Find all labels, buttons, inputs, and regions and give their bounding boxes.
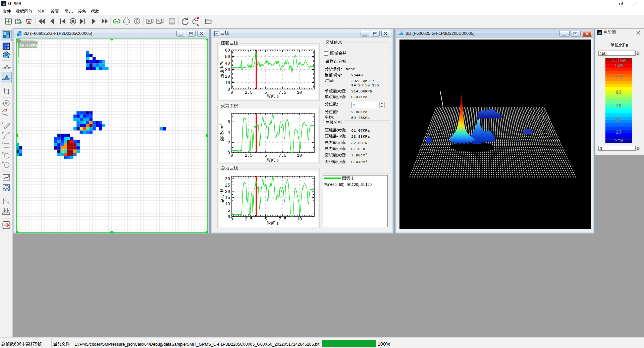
svg-text:10: 10: [297, 90, 302, 95]
svg-text:7.5: 7.5: [278, 217, 286, 222]
svg-text:>=150: >=150: [611, 58, 626, 64]
svg-text:5: 5: [264, 90, 267, 95]
svg-text:4: 4: [7, 43, 9, 47]
svg-text:7.5: 7.5: [278, 153, 286, 158]
svg-text:60: 60: [225, 48, 230, 53]
svg-text:20: 20: [225, 74, 230, 79]
svg-text:2.5: 2.5: [245, 217, 253, 222]
svg-text:5: 5: [264, 153, 267, 158]
svg-text:30: 30: [225, 177, 230, 182]
svg-text:0: 0: [230, 153, 233, 158]
svg-text:Y: Y: [17, 59, 20, 64]
svg-text:0: 0: [230, 90, 233, 95]
svg-text:2: 2: [227, 140, 230, 145]
svg-text:0: 0: [227, 87, 230, 92]
svg-text:5: 5: [264, 217, 267, 222]
svg-text:2: 2: [5, 43, 6, 47]
svg-text:5: 5: [227, 208, 230, 213]
svg-text:10: 10: [225, 202, 230, 207]
svg-text:6: 6: [227, 120, 230, 125]
svg-text:3: 3: [7, 46, 9, 50]
svg-text:23: 23: [616, 130, 622, 135]
svg-text:10: 10: [225, 80, 230, 85]
svg-text:2.5: 2.5: [245, 90, 253, 95]
svg-text:140: 140: [614, 63, 623, 69]
svg-text:0: 0: [227, 214, 230, 219]
svg-text:117: 117: [614, 75, 623, 81]
svg-text:70: 70: [616, 103, 622, 109]
svg-text:25: 25: [225, 183, 230, 188]
svg-text:10: 10: [297, 153, 302, 158]
svg-text:10: 10: [297, 217, 302, 222]
svg-text:0: 0: [230, 217, 233, 222]
svg-text:>=0: >=0: [614, 138, 623, 143]
svg-text:2.5: 2.5: [245, 153, 253, 158]
svg-text:59.45KPa: 59.45KPa: [19, 44, 37, 48]
svg-text:40: 40: [225, 61, 230, 66]
svg-text:0: 0: [227, 151, 230, 156]
svg-text:93: 93: [616, 90, 622, 95]
svg-text:46: 46: [616, 117, 622, 123]
svg-text:5: 5: [5, 46, 6, 50]
svg-text:15: 15: [225, 195, 230, 200]
svg-text:4: 4: [227, 130, 230, 135]
svg-text:50: 50: [225, 54, 230, 59]
svg-text:7.5: 7.5: [278, 90, 286, 95]
svg-text:30: 30: [225, 67, 230, 72]
svg-text:20: 20: [225, 189, 230, 194]
